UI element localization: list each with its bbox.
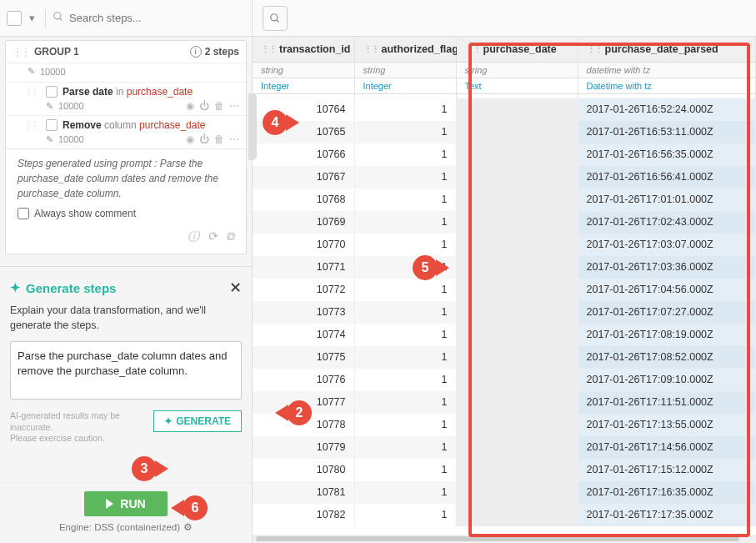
info-icon[interactable]: i (190, 46, 202, 58)
cell-purchase-date-parsed: 2017-01-26T17:03:07.000Z (578, 234, 756, 256)
generate-textarea[interactable] (10, 341, 242, 400)
cell-purchase-date-parsed: 2017-01-26T16:56:41.000Z (578, 166, 756, 189)
cell-purchase-date (456, 436, 578, 459)
pencil-icon: ✎ (28, 66, 35, 77)
table-row[interactable]: 1077212017-01-26T17:04:56.000Z (253, 279, 756, 301)
cell-authorized-flag: 1 (354, 189, 456, 211)
step-item[interactable]: ⋮⋮ Remove column purchase_date ✎ 10000 ◉… (6, 115, 246, 148)
cell-transaction-id: 10776 (253, 369, 354, 391)
cell-purchase-date-parsed: 2017-01-26T17:07:27.000Z (578, 301, 756, 324)
cell-authorized-flag: 1 (354, 234, 456, 256)
cell-purchase-date-parsed: 2017-01-26T17:16:35.000Z (578, 481, 756, 504)
cell-purchase-date (456, 391, 578, 414)
drag-handle-icon[interactable]: ⋮⋮ (24, 88, 38, 97)
step-checkbox[interactable] (46, 119, 58, 131)
table-row[interactable]: 1076412017-01-26T16:52:24.000Z (253, 98, 756, 121)
column-header[interactable]: ⋮⋮authorized_flag (354, 37, 456, 63)
cell-purchase-date (456, 301, 578, 324)
select-dropdown[interactable]: ▾ (25, 11, 38, 26)
horizontal-scrollbar[interactable] (253, 535, 756, 543)
drag-handle-icon[interactable]: ⋮⋮ (13, 46, 29, 58)
more-icon[interactable]: ⋯ (229, 133, 239, 145)
select-all-checkbox[interactable] (7, 11, 22, 26)
generate-button[interactable]: ✦ GENERATE (153, 410, 242, 432)
trash-icon[interactable]: 🗑 (214, 100, 224, 112)
cell-transaction-id: 10769 (253, 211, 354, 234)
table-row[interactable]: 1076712017-01-26T16:56:41.000Z (253, 166, 756, 189)
more-icon[interactable]: ⋯ (229, 100, 239, 112)
copy-icon[interactable]: ⧉ (226, 228, 234, 245)
table-row[interactable]: 1078212017-01-26T17:17:35.000Z (253, 504, 756, 526)
cell-authorized-flag: 1 (354, 324, 456, 346)
table-row[interactable]: 1077712017-01-26T17:11:51.000Z (253, 391, 756, 414)
cell-purchase-date (456, 324, 578, 346)
column-meaning[interactable]: Datetime with tz (578, 78, 756, 94)
cell-authorized-flag: 1 (354, 391, 456, 414)
step-item[interactable]: ⋮⋮ Parse date in purchase_date ✎ 10000 ◉… (6, 82, 246, 115)
column-header[interactable]: ⋮⋮purchase_date (456, 37, 578, 63)
eye-icon[interactable]: ◉ (186, 133, 194, 145)
search-input[interactable] (69, 12, 211, 24)
always-show-comment[interactable]: Always show comment (18, 206, 234, 221)
cell-authorized-flag: 1 (354, 459, 456, 481)
cell-transaction-id: 10767 (253, 166, 354, 189)
data-table[interactable]: ⋮⋮transaction_id ⋮⋮authorized_flag ⋮⋮pur… (253, 37, 756, 535)
cell-purchase-date-parsed: 2017-01-26T16:53:11.000Z (578, 121, 756, 143)
cell-purchase-date (456, 414, 578, 436)
table-row[interactable]: 1076612017-01-26T16:56:35.000Z (253, 143, 756, 166)
table-row[interactable]: 1076512017-01-26T16:53:11.000Z (253, 121, 756, 143)
gear-icon[interactable]: ⚙ (183, 521, 193, 533)
cell-transaction-id: 10772 (253, 279, 354, 301)
cell-purchase-date-parsed: 2017-01-26T17:11:51.000Z (578, 391, 756, 414)
close-icon[interactable]: ✕ (229, 279, 242, 297)
cell-purchase-date-parsed: 2017-01-26T16:56:35.000Z (578, 143, 756, 166)
table-row[interactable]: 1076912017-01-26T17:02:43.000Z (253, 211, 756, 234)
table-row[interactable]: 1077112017-01-26T17:03:36.000Z (253, 256, 756, 279)
table-row[interactable]: 1076812017-01-26T17:01:01.000Z (253, 189, 756, 211)
table-row[interactable]: 1077412017-01-26T17:08:19.000Z (253, 324, 756, 346)
table-row[interactable]: 1078112017-01-26T17:16:35.000Z (253, 481, 756, 504)
cell-purchase-date-parsed: 2017-01-26T17:01:01.000Z (578, 189, 756, 211)
cell-purchase-date-parsed: 2017-01-26T17:17:35.000Z (578, 504, 756, 526)
column-type: string (456, 63, 578, 78)
table-row[interactable]: 1077012017-01-26T17:03:07.000Z (253, 234, 756, 256)
step-checkbox[interactable] (46, 86, 58, 98)
group-rowcount: 10000 (40, 67, 66, 77)
table-search-button[interactable] (263, 6, 288, 31)
run-button[interactable]: RUN (84, 491, 167, 516)
cell-purchase-date (456, 504, 578, 526)
table-row[interactable]: 1077912017-01-26T17:14:56.000Z (253, 436, 756, 459)
column-meaning[interactable]: Integer (253, 78, 354, 94)
run-area: RUN Engine: DSS (containerized) ⚙ (0, 482, 252, 543)
step-group[interactable]: ⋮⋮ GROUP 1 i 2 steps ✎ 10000 ⋮⋮ (5, 40, 247, 254)
info-icon[interactable]: ⓘ (188, 228, 199, 245)
cell-purchase-date (456, 121, 578, 143)
table-row[interactable]: 1078012017-01-26T17:15:12.000Z (253, 459, 756, 481)
trash-icon[interactable]: 🗑 (214, 133, 224, 145)
cell-transaction-id: 10781 (253, 481, 354, 504)
eye-icon[interactable]: ◉ (186, 100, 194, 112)
svg-line-3 (277, 19, 279, 22)
table-row[interactable]: 1077312017-01-26T17:07:27.000Z (253, 301, 756, 324)
power-icon[interactable]: ⏻ (199, 133, 209, 145)
cell-purchase-date-parsed: 2017-01-26T17:02:43.000Z (578, 211, 756, 234)
column-meaning[interactable]: Text (456, 78, 578, 94)
table-row[interactable]: 1077612017-01-26T17:09:10.000Z (253, 369, 756, 391)
cell-authorized-flag: 1 (354, 279, 456, 301)
column-header[interactable]: ⋮⋮transaction_id (253, 37, 354, 63)
cell-purchase-date (456, 189, 578, 211)
table-row[interactable]: 1077512017-01-26T17:08:52.000Z (253, 346, 756, 369)
cell-authorized-flag: 1 (354, 143, 456, 166)
retry-icon[interactable]: ⟳ (208, 228, 218, 245)
cell-authorized-flag: 1 (354, 414, 456, 436)
svg-line-1 (60, 18, 63, 21)
column-header[interactable]: ⋮⋮purchase_date_parsed (578, 37, 756, 63)
cell-transaction-id: 10773 (253, 301, 354, 324)
svg-point-0 (54, 13, 61, 19)
power-icon[interactable]: ⏻ (199, 100, 209, 112)
drag-handle-icon[interactable]: ⋮⋮ (24, 121, 38, 130)
panel-resize-handle[interactable] (248, 93, 257, 160)
column-meaning[interactable]: Integer (354, 78, 456, 94)
cell-purchase-date-parsed: 2017-01-26T17:13:55.000Z (578, 414, 756, 436)
table-row[interactable]: 1077812017-01-26T17:13:55.000Z (253, 414, 756, 436)
